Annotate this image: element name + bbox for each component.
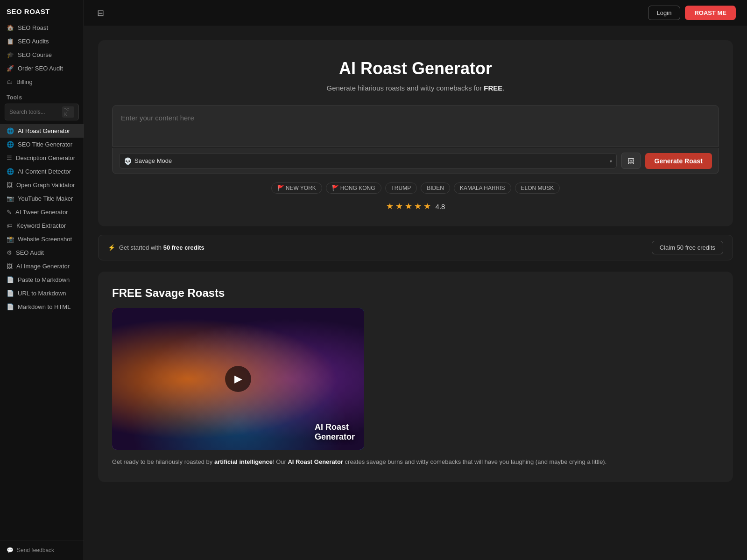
sidebar-nav-item-seo-audits[interactable]: 📋SEO Audits [0, 35, 84, 48]
sidebar-nav-item-order-seo-audit[interactable]: 🚀Order SEO Audit [0, 62, 84, 75]
credits-banner: ⚡ Get started with 50 free credits Claim… [98, 235, 733, 260]
hero-subtitle: Generate hilarious roasts and witty come… [112, 84, 719, 92]
hero-title: AI Roast Generator [112, 59, 719, 78]
roast-controls: 💀 Savage Mode ▾ 🖼 Generate Roast [112, 148, 719, 174]
tool-icon-description-generator: ☰ [7, 154, 12, 161]
nav-icon-seo-audits: 📋 [7, 38, 14, 45]
tool-icon-ai-roast-generator: 🌐 [7, 127, 14, 134]
rating-stars: ★ ★ ★ ★ ★ 4.8 [112, 201, 719, 211]
credits-text-bold: 50 free credits [163, 244, 204, 251]
tool-label-ai-content-detector: AI Content Detector [18, 168, 71, 175]
sidebar-nav: 🏠SEO Roast📋SEO Audits🎓SEO Course🚀Order S… [0, 21, 84, 89]
sidebar-tool-item-seo-title-generator[interactable]: 🌐SEO Title Generator [0, 138, 84, 151]
credits-banner-left: ⚡ Get started with 50 free credits [108, 244, 204, 251]
main-content: ⊟ Login ROAST ME AI Roast Generator Gene… [84, 0, 747, 560]
hero-subtitle-text: Generate hilarious roasts and witty come… [326, 84, 484, 92]
sidebar-tool-item-ai-content-detector[interactable]: 🌐AI Content Detector [0, 165, 84, 178]
page-content: AI Roast Generator Generate hilarious ro… [84, 26, 747, 501]
video-overlay-text: AI RoastGenerator [315, 422, 355, 442]
tag-new-york[interactable]: 🚩NEW YORK [271, 182, 322, 194]
tool-icon-keyword-extractor: 🏷 [7, 222, 13, 229]
sidebar-toggle-button[interactable]: ⊟ [95, 6, 106, 20]
nav-label-seo-course: SEO Course [18, 51, 52, 58]
tag-trump[interactable]: TRUMP [385, 182, 417, 194]
tool-label-seo-audit: SEO Audit [16, 249, 44, 256]
claim-credits-button[interactable]: Claim 50 free credits [652, 241, 723, 254]
tool-label-url-to-markdown: URL to Markdown [18, 290, 66, 297]
sidebar-nav-item-seo-roast[interactable]: 🏠SEO Roast [0, 21, 84, 35]
tool-icon-ai-tweet-generator: ✎ [7, 209, 12, 216]
rating-number: 4.8 [436, 203, 445, 210]
image-button[interactable]: 🖼 [621, 153, 641, 169]
video-description: Get ready to be hilariously roasted by a… [112, 457, 719, 467]
sidebar-tool-item-ai-tweet-generator[interactable]: ✎AI Tweet Generator [0, 205, 84, 219]
search-input[interactable] [9, 109, 62, 115]
sidebar-nav-item-billing[interactable]: 🗂Billing [0, 75, 84, 89]
nav-label-order-seo-audit: Order SEO Audit [18, 65, 63, 72]
generate-roast-button[interactable]: Generate Roast [645, 153, 712, 169]
tool-label-youtube-title-maker: YouTube Title Maker [18, 195, 73, 202]
toggle-sidebar-icon: ⊟ [97, 8, 104, 18]
sidebar-tool-item-ai-image-generator[interactable]: 🖼AI Image Generator [0, 259, 84, 273]
tool-label-ai-image-generator: AI Image Generator [16, 263, 70, 270]
sidebar-tool-item-open-graph-validator[interactable]: 🖼Open Graph Validator [0, 178, 84, 192]
roast-input-area: 💀 Savage Mode ▾ 🖼 Generate Roast [112, 105, 719, 174]
tool-icon-website-screenshot: 📸 [7, 236, 14, 243]
video-section: FREE Savage Roasts ▶ AI RoastGenerator G… [98, 272, 733, 482]
sidebar-tool-item-seo-audit[interactable]: ⚙SEO Audit [0, 246, 84, 259]
mode-select[interactable]: Savage Mode [119, 153, 617, 168]
tool-icon-ai-image-generator: 🖼 [7, 263, 13, 270]
sidebar-tool-item-markdown-to-html[interactable]: 📄Markdown to HTML [0, 300, 84, 314]
tag-biden[interactable]: BIDEN [421, 182, 450, 194]
nav-icon-seo-roast: 🏠 [7, 24, 14, 31]
sidebar-tool-item-youtube-title-maker[interactable]: 📷YouTube Title Maker [0, 192, 84, 205]
tool-label-ai-roast-generator: AI Roast Generator [18, 127, 70, 134]
tool-icon-paste-to-markdown: 📄 [7, 276, 14, 283]
tool-label-description-generator: Description Generator [16, 154, 75, 161]
tool-label-paste-to-markdown: Paste to Markdown [18, 276, 70, 283]
sidebar-tool-item-paste-to-markdown[interactable]: 📄Paste to Markdown [0, 273, 84, 287]
hero-subtitle-end: . [502, 84, 504, 92]
tag-kamala-harris[interactable]: KAMALA HARRIS [454, 182, 511, 194]
play-button[interactable]: ▶ [225, 366, 251, 392]
tool-label-markdown-to-html: Markdown to HTML [18, 303, 70, 310]
sidebar-nav-item-seo-course[interactable]: 🎓SEO Course [0, 48, 84, 62]
video-desc-mid: ! Our [273, 458, 288, 465]
roast-tags: 🚩NEW YORK🚩HONG KONGTRUMPBIDENKAMALA HARR… [112, 182, 719, 194]
nav-label-seo-roast: SEO Roast [18, 24, 48, 31]
star-1: ★ [386, 201, 394, 211]
content-textarea[interactable] [112, 105, 719, 147]
star-2: ★ [395, 201, 403, 211]
nav-icon-order-seo-audit: 🚀 [7, 65, 14, 72]
sidebar-tool-item-description-generator[interactable]: ☰Description Generator [0, 151, 84, 165]
sidebar-tool-item-website-screenshot[interactable]: 📸Website Screenshot [0, 232, 84, 246]
send-feedback-item[interactable]: 💬 Send feedback [7, 547, 77, 553]
tool-label-open-graph-validator: Open Graph Validator [16, 182, 75, 189]
topbar: ⊟ Login ROAST ME [84, 0, 747, 26]
tool-icon-seo-audit: ⚙ [7, 249, 12, 256]
topbar-left: ⊟ [95, 6, 106, 20]
tool-icon-youtube-title-maker: 📷 [7, 195, 14, 202]
sidebar-tool-item-ai-roast-generator[interactable]: 🌐AI Roast Generator [0, 124, 84, 138]
sidebar-logo: SEO ROAST [0, 0, 84, 21]
tool-icon-url-to-markdown: 📄 [7, 290, 14, 297]
video-thumbnail[interactable]: ▶ AI RoastGenerator [112, 308, 364, 450]
tool-icon-ai-content-detector: 🌐 [7, 168, 14, 175]
roast-me-button[interactable]: ROAST ME [685, 6, 736, 20]
sidebar-tool-item-url-to-markdown[interactable]: 📄URL to Markdown [0, 287, 84, 300]
tool-icon-markdown-to-html: 📄 [7, 303, 14, 310]
tag-elon-musk[interactable]: ELON MUSK [515, 182, 560, 194]
login-button[interactable]: Login [648, 6, 681, 20]
tag-hong-kong[interactable]: 🚩HONG KONG [326, 182, 381, 194]
mode-icon: 💀 [124, 157, 132, 165]
mode-select-wrapper: 💀 Savage Mode ▾ [119, 153, 617, 168]
feedback-icon: 💬 [7, 547, 14, 553]
hero-subtitle-free: FREE [484, 84, 502, 92]
search-keyboard-hint: ⌥ K [62, 106, 74, 118]
sidebar-tool-item-keyword-extractor[interactable]: 🏷Keyword Extractor [0, 219, 84, 232]
star-3: ★ [405, 201, 412, 211]
search-tools-field[interactable]: ⌥ K [5, 104, 79, 120]
tool-label-website-screenshot: Website Screenshot [18, 236, 72, 243]
nav-label-seo-audits: SEO Audits [18, 38, 49, 45]
tools-section-label: Tools [0, 89, 84, 104]
